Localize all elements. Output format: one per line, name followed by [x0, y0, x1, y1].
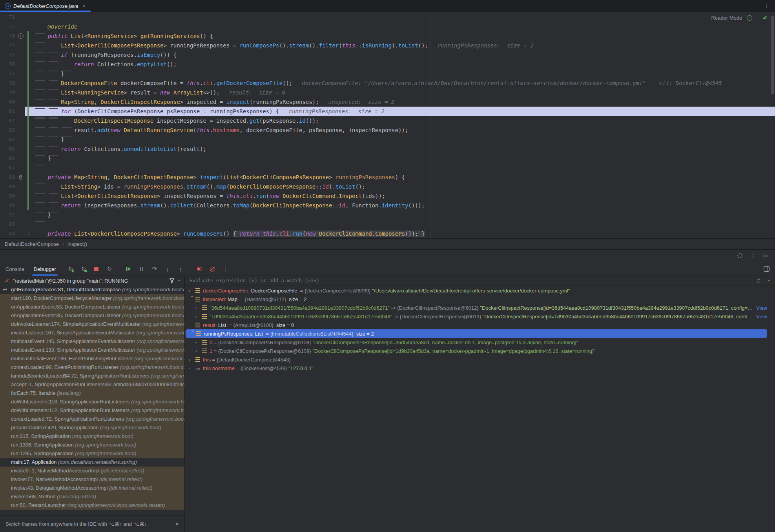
stack-frame-row[interactable]: run:315, SpringApplication (org.springfr… — [0, 432, 184, 441]
chevron-down-icon[interactable]: › — [176, 280, 182, 281]
line-number[interactable]: 94 — [0, 229, 15, 238]
code-line-90[interactable]: 90List<DockerCliInspectResponse> inspect… — [0, 191, 775, 201]
stack-frame-row[interactable]: contextLoaded:72, SpringApplicationRunLi… — [0, 415, 184, 423]
code-line-72[interactable]: 72@Override — [0, 22, 775, 31]
line-number[interactable]: 73 — [0, 31, 15, 41]
step-into-icon[interactable]: ↓ — [164, 265, 171, 272]
mute-breakpoints-icon[interactable] — [196, 265, 203, 272]
thread-selector[interactable]: ✓ "restartedMain"@2,350 in group "main":… — [0, 276, 184, 285]
code-line-89[interactable]: 89List<String> ids = runningPsResponses.… — [0, 182, 775, 191]
code-line-77[interactable]: 77} — [0, 69, 775, 78]
gutter[interactable]: 74 — [0, 41, 35, 50]
code-line-78[interactable]: 78DockerComposeFile dockerComposeFile = … — [0, 78, 775, 88]
view-link[interactable]: View — [756, 314, 767, 320]
stack-frame-row[interactable]: multicastEvent:145, SimpleApplicationEve… — [0, 337, 184, 346]
variable-row[interactable]: result: List = {ArrayList@6100} size = 0 — [185, 321, 767, 329]
gutter[interactable]: 85 — [0, 144, 35, 154]
stack-frame-row[interactable]: lambda$contextLoaded$4:72, SpringApplica… — [0, 372, 184, 380]
override-method-icon[interactable]: ↑ — [17, 33, 24, 39]
gutter[interactable]: 77 — [0, 69, 35, 78]
settings-icon[interactable] — [737, 252, 743, 259]
line-number[interactable]: 90 — [0, 191, 15, 201]
stack-frame-row[interactable]: start:120, DockerComposeLifecycleManager… — [0, 294, 184, 303]
line-number[interactable]: 81 — [0, 107, 15, 116]
toolbar-more-icon[interactable]: ⋮ — [222, 265, 229, 272]
stack-frame-row[interactable]: run:1295, SpringApplication (org.springf… — [0, 449, 184, 458]
code-line-94[interactable]: 94›private List<DockerCliComposePsRespon… — [0, 229, 775, 238]
line-number[interactable]: 92 — [0, 210, 15, 220]
editor-tab[interactable]: C DefaultDockerCompose.java ✕ — [0, 0, 91, 12]
line-number[interactable]: 88 — [0, 172, 15, 182]
line-number[interactable]: 86 — [0, 154, 15, 163]
annotation-gutter-icon[interactable]: @ — [17, 174, 24, 180]
stack-frame-row[interactable]: contextLoaded:98, EventPublishingRunList… — [0, 363, 184, 372]
stack-frame-row[interactable]: onApplicationEvent:35, DockerComposeList… — [0, 311, 184, 320]
variable-row[interactable]: ›∞this.hostname = {DockerHost@4548} "127… — [185, 364, 767, 372]
tab-debugger[interactable]: Debugger — [29, 262, 61, 276]
code-line-93[interactable]: 93 — [0, 220, 775, 229]
line-number[interactable]: 93 — [0, 220, 15, 229]
chevron-expanded-icon[interactable]: › — [191, 330, 195, 337]
stack-frame-row[interactable]: accept:-1, SpringApplicationRunListeners… — [0, 380, 184, 389]
line-number[interactable]: 79 — [0, 88, 15, 97]
stack-frame-row[interactable]: doWithListeners:112, SpringApplicationRu… — [0, 406, 184, 415]
stack-frame-row[interactable]: main:17, Application (com.decathlon.rent… — [0, 458, 184, 467]
stack-frame-row[interactable]: ↩getRunningServices:81, DefaultDockerCom… — [0, 285, 184, 294]
view-breakpoints-icon[interactable] — [209, 265, 216, 272]
code-line-75[interactable]: 75if (runningPsResponses.isEmpty()) { — [0, 50, 775, 60]
step-over-icon[interactable]: ↷ — [151, 265, 158, 272]
code-line-74[interactable]: 74List<DockerCliComposePsResponse> runni… — [0, 41, 775, 50]
evaluate-expression-input[interactable]: Evaluate expression (⏎) or add a watch (… — [185, 276, 775, 285]
stack-frame-row[interactable]: onApplicationEvent:53, DockerComposeList… — [0, 303, 184, 311]
code-line-82[interactable]: 82DockerCliInspectResponse inspectRespon… — [0, 116, 775, 125]
line-number[interactable]: 74 — [0, 41, 15, 50]
add-watch-icon[interactable]: +∘∘ — [757, 278, 761, 283]
variable-row[interactable]: ›dockerComposeFile: DockerComposeFile = … — [185, 286, 767, 295]
filter-funnel-icon[interactable] — [169, 278, 175, 283]
window-more-icon[interactable]: ⋮ — [764, 3, 770, 9]
toolwindow-more-icon[interactable]: ⋮ — [750, 253, 756, 259]
gutter[interactable]: 88@ — [0, 172, 35, 182]
line-number[interactable]: 71 — [0, 13, 15, 22]
gutter[interactable]: 81 — [0, 107, 35, 116]
view-link[interactable]: View — [756, 305, 767, 311]
code-line-85[interactable]: 85return Collections.unmodifiableList(re… — [0, 144, 775, 154]
gutter[interactable]: 78 — [0, 78, 35, 88]
tab-close-icon[interactable]: ✕ — [82, 4, 86, 9]
stack-frame-row[interactable]: invokeListener:167, SimpleApplicationEve… — [0, 329, 184, 337]
code-line-88[interactable]: 88@private Map<String, DockerCliInspectR… — [0, 172, 775, 182]
line-number[interactable]: 91 — [0, 201, 15, 210]
gutter[interactable]: 90 — [0, 191, 35, 201]
variable-row[interactable]: ›"36d544aea8cd10980731df30431f550ba4a394… — [185, 303, 767, 312]
line-number[interactable]: 76 — [0, 60, 15, 69]
code-line-79[interactable]: 79List<RunningService> result = new Arra… — [0, 88, 775, 97]
gutter[interactable]: 94› — [0, 229, 35, 238]
code-editor[interactable]: 7172@Override73↑public List<RunningServi… — [0, 12, 775, 238]
variable-row[interactable]: ›inspected: Map = {HashMap@6112} size = … — [185, 295, 767, 303]
chevron-collapsed-icon[interactable]: › — [195, 340, 202, 345]
variable-row[interactable]: ›runningPsResponses: List = {ImmutableCo… — [186, 329, 767, 338]
stack-frame-row[interactable]: multicastInitialEvent:136, EventPublishi… — [0, 354, 184, 363]
variable-row[interactable]: ›0 = {DockerCliComposePsResponse@6108} "… — [185, 338, 767, 347]
no-problems-check-icon[interactable]: ✓✓ — [762, 15, 768, 21]
line-number[interactable]: 75 — [0, 50, 15, 60]
variable-row[interactable]: ›"1d9b30a45d3aba0eed358bc44b60109917c639… — [185, 312, 767, 321]
gutter[interactable]: 75 — [0, 50, 35, 60]
code-line-84[interactable]: 84} — [0, 135, 775, 144]
stack-frame-row[interactable]: invoke:77, NativeMethodAccessorImpl (jdk… — [0, 475, 184, 484]
gutter[interactable]: 80 — [0, 97, 35, 107]
step-out-icon[interactable]: ↑ — [177, 265, 184, 272]
breadcrumb-class[interactable]: DefaultDockerCompose — [5, 241, 59, 247]
gutter[interactable]: 79 — [0, 88, 35, 97]
line-number[interactable]: 87 — [0, 163, 15, 172]
line-number[interactable]: 72 — [0, 22, 15, 31]
line-number[interactable]: 85 — [0, 144, 15, 154]
code-line-87[interactable]: 87 — [0, 163, 775, 172]
code-line-91[interactable]: 91return inspectResponses.stream().colle… — [0, 201, 775, 210]
gutter[interactable]: 71 — [0, 13, 35, 22]
stack-frame-row[interactable]: doWithListeners:118, SpringApplicationRu… — [0, 398, 184, 406]
gutter[interactable]: 73↑ — [0, 31, 35, 41]
fold-chevron-icon[interactable]: › — [27, 229, 30, 238]
pause-icon[interactable] — [138, 265, 145, 272]
code-line-76[interactable]: 76return Collections.emptyList(); — [0, 60, 775, 69]
